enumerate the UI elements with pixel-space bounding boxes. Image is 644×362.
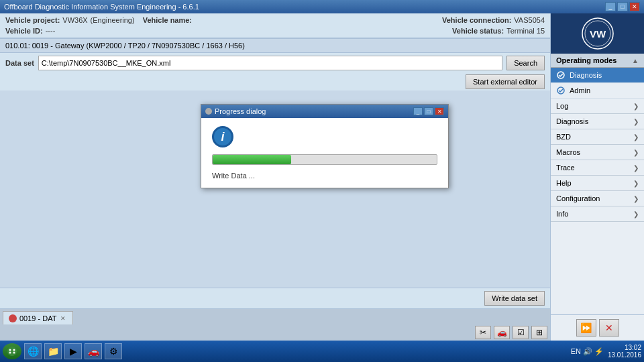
sidebar-diagnosis-label: Diagnosis — [570, 71, 602, 79]
info-icon: i — [212, 126, 233, 147]
window-controls: _ □ ✕ — [605, 2, 640, 11]
vw-logo: VW — [581, 17, 614, 50]
minimize-button[interactable]: _ — [605, 2, 616, 11]
engineering-value: (Engineering) — [91, 16, 135, 24]
dataset-row: Data set Search — [0, 53, 550, 73]
vehicle-status: Vehicle status: Terminal 15 — [452, 27, 545, 35]
taskbar-right: EN 🔊 ⚡ 13:02 13.01.2016 — [571, 344, 641, 359]
progress-bar-container — [212, 154, 437, 165]
id-value: ---- — [46, 27, 56, 35]
project-label: Vehicle project: — [5, 16, 60, 24]
vehicle-row-1: Vehicle project: VW36X (Engineering) Veh… — [5, 16, 545, 24]
forward-button[interactable]: ⏩ — [576, 319, 596, 337]
dialog-minimize-button[interactable]: _ — [413, 107, 423, 115]
info-icon-area: i — [212, 126, 437, 147]
dialog-title-label: Progress dialog — [215, 107, 266, 115]
vehicle-right: Vehicle connection: VAS5054 — [442, 16, 545, 24]
taskbar: 🌐 📁 ▶ 🚗 ⚙ EN 🔊 ⚡ 13:02 13.01.2016 — [0, 341, 644, 362]
sidebar-section-diagnosis[interactable]: Diagnosis ❯ — [551, 114, 644, 129]
sidebar-section-configuration[interactable]: Configuration ❯ — [551, 191, 644, 206]
toolbar-cut-button[interactable]: ✂ — [475, 326, 491, 339]
tab-bar: 0019 - DAT ✕ — [0, 308, 550, 324]
operating-modes-label: Operating modes — [556, 56, 616, 64]
sidebar-item-diagnosis[interactable]: Diagnosis — [551, 68, 644, 83]
volume-tray-icon: 🔊 — [583, 347, 592, 356]
sidebar-item-admin[interactable]: Admin — [551, 83, 644, 99]
work-area: Progress dialog _ □ ✕ i Write Data — [0, 90, 550, 288]
taskbar-app-folder[interactable]: 📁 — [44, 343, 62, 359]
window-title: Offboard Diagnostic Information System E… — [4, 3, 199, 11]
bottom-actions: Write data set — [0, 288, 550, 308]
macros-chevron-icon: ❯ — [633, 149, 639, 156]
toolbar-paste-button[interactable]: ☑ — [513, 326, 529, 339]
taskbar-app-settings[interactable]: ⚙ — [105, 343, 122, 359]
bzd-label: BZD — [556, 133, 571, 141]
vehicle-project: Vehicle project: VW36X (Engineering) — [5, 16, 135, 24]
sidebar-section-help[interactable]: Help ❯ — [551, 176, 644, 191]
sidebar-section-info[interactable]: Info ❯ — [551, 206, 644, 222]
vehicle-name: Vehicle name: — [143, 16, 195, 24]
status-label: Vehicle status: — [452, 27, 504, 35]
status-value: Terminal 15 — [506, 27, 545, 35]
help-chevron-icon: ❯ — [633, 180, 639, 187]
module-info-text: 010.01: 0019 - Gateway (KWP2000 / TP20 /… — [5, 42, 245, 50]
vehicle-left-2: Vehicle ID: ---- — [5, 27, 55, 35]
toolbar-copy-button[interactable]: 🚗 — [494, 326, 510, 339]
dataset-label: Data set — [5, 59, 34, 67]
configuration-chevron-icon: ❯ — [633, 195, 639, 202]
close-button[interactable]: ✕ — [629, 2, 640, 11]
dialog-titlebar: Progress dialog _ □ ✕ — [201, 105, 448, 118]
module-info-bar: 010.01: 0019 - Gateway (KWP2000 / TP20 /… — [0, 38, 550, 53]
main-layout: Vehicle project: VW36X (Engineering) Veh… — [0, 13, 644, 341]
sidebar-bottom-buttons: ⏩ ✕ — [551, 314, 644, 341]
vehicle-id: Vehicle ID: ---- — [5, 27, 55, 35]
taskbar-app-media[interactable]: ▶ — [64, 343, 82, 359]
name-label: Vehicle name: — [143, 16, 192, 24]
progress-dialog: Progress dialog _ □ ✕ i Write Data — [201, 104, 449, 188]
info-chevron-icon: ❯ — [633, 210, 639, 218]
start-button[interactable] — [3, 343, 21, 359]
taskbar-app-ie[interactable]: 🌐 — [24, 343, 42, 359]
stop-button[interactable]: ✕ — [599, 319, 619, 337]
battery-tray-icon: ⚡ — [594, 347, 604, 356]
system-clock: 13:02 13.01.2016 — [608, 344, 641, 359]
external-editor-button[interactable]: Start external editor — [466, 74, 545, 89]
svg-point-7 — [13, 349, 15, 351]
content-area: Vehicle project: VW36X (Engineering) Veh… — [0, 13, 550, 341]
sidebar-section-macros[interactable]: Macros ❯ — [551, 145, 644, 160]
vehicle-row-2: Vehicle ID: ---- Vehicle status: Termina… — [5, 27, 545, 35]
vehicle-right-2: Vehicle status: Terminal 15 — [452, 27, 545, 35]
trace-chevron-icon: ❯ — [633, 164, 639, 172]
dialog-close-button[interactable]: ✕ — [435, 107, 444, 115]
dialog-title: Progress dialog — [205, 107, 266, 115]
tab-toolbar: ✂ 🚗 ☑ ⊞ — [0, 324, 550, 341]
tab-icon — [9, 314, 17, 322]
tab-close-button[interactable]: ✕ — [59, 315, 67, 322]
progress-message: Write Data ... — [212, 172, 437, 180]
tab-0019-dat[interactable]: 0019 - DAT ✕ — [3, 311, 73, 324]
toolbar-grid-button[interactable]: ⊞ — [531, 326, 547, 339]
chevron-up-icon: ▲ — [632, 57, 639, 64]
diagnosis-section-label: Diagnosis — [556, 117, 588, 125]
sidebar-section-trace[interactable]: Trace ❯ — [551, 160, 644, 176]
project-value: VW36X — [62, 16, 87, 24]
search-button[interactable]: Search — [506, 56, 545, 70]
sidebar-section-bzd[interactable]: BZD ❯ — [551, 129, 644, 145]
svg-point-9 — [13, 352, 15, 354]
network-tray-icon: EN — [571, 347, 581, 355]
configuration-label: Configuration — [556, 194, 600, 202]
help-label: Help — [556, 179, 572, 187]
dataset-input[interactable] — [38, 56, 502, 70]
connection-label: Vehicle connection: — [442, 16, 511, 24]
taskbar-app-car[interactable]: 🚗 — [85, 343, 102, 359]
sidebar-section-log[interactable]: Log ❯ — [551, 99, 644, 114]
right-sidebar: VW Operating modes ▲ Diagnosis — [550, 13, 644, 341]
sidebar-admin-label: Admin — [570, 86, 590, 95]
maximize-button[interactable]: □ — [617, 2, 628, 11]
write-data-button[interactable]: Write data set — [484, 291, 545, 306]
clock-time: 13:02 — [608, 344, 641, 351]
dialog-maximize-button[interactable]: □ — [424, 107, 433, 115]
progress-bar-fill — [213, 155, 291, 164]
bzd-chevron-icon: ❯ — [633, 133, 639, 141]
admin-icon — [556, 86, 566, 95]
